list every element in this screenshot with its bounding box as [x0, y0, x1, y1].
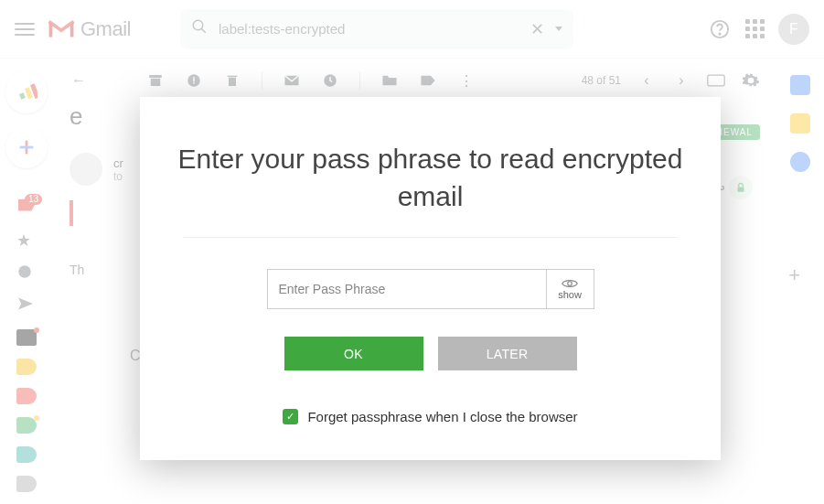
svg-point-6	[187, 74, 200, 87]
label-black-icon[interactable]	[16, 329, 37, 346]
label-red-icon[interactable]	[16, 388, 37, 404]
snooze-icon[interactable]	[321, 71, 339, 90]
later-button[interactable]: LATER	[438, 337, 577, 370]
forget-passphrase-option[interactable]: ✓ Forget passphrase when I close the bro…	[283, 409, 577, 424]
svg-line-1	[201, 28, 206, 33]
encrypted-lock-icon	[729, 176, 753, 199]
svg-point-3	[719, 33, 720, 34]
svg-rect-14	[19, 92, 26, 99]
sender-line: cr	[113, 156, 123, 170]
svg-point-19	[18, 265, 31, 278]
svg-rect-5	[151, 79, 161, 86]
checkbox-checked-icon[interactable]: ✓	[283, 409, 298, 424]
more-icon[interactable]: ⋮	[457, 71, 476, 90]
svg-rect-7	[193, 77, 195, 81]
account-avatar[interactable]: F	[778, 14, 809, 45]
svg-rect-11	[285, 76, 299, 86]
tasks-addon-icon[interactable]	[790, 152, 810, 172]
svg-point-0	[193, 20, 203, 30]
help-icon[interactable]	[709, 18, 731, 40]
dialog-title: Enter your pass phrase to read encrypted…	[177, 141, 684, 215]
svg-point-12	[324, 74, 337, 87]
app-name: Gmail	[80, 17, 131, 41]
calendar-addon-icon[interactable]	[790, 75, 810, 95]
mail-toolbar: ← ⋮ 48 of 51 ‹ ›	[0, 59, 824, 102]
snoozed-icon[interactable]	[16, 263, 37, 284]
svg-rect-4	[149, 75, 162, 78]
add-addon-icon[interactable]: +	[788, 263, 800, 287]
sent-icon[interactable]	[16, 296, 37, 316]
svg-rect-10	[228, 76, 238, 77]
message-counter: 48 of 51	[582, 74, 621, 87]
apps-grid-icon[interactable]	[744, 18, 765, 40]
starred-icon[interactable]: ★	[16, 231, 37, 251]
eye-icon	[562, 278, 578, 289]
to-line: to	[113, 170, 123, 183]
search-bar[interactable]: label:tests-encrypted ✕	[180, 9, 573, 49]
svg-rect-13	[708, 75, 724, 86]
inbox-icon[interactable]: 13	[16, 198, 37, 218]
reply-area[interactable]: C	[130, 348, 141, 364]
encrypted-indicator-bar	[70, 200, 73, 226]
input-tools-icon[interactable]	[707, 71, 725, 90]
show-passphrase-button[interactable]: show	[546, 270, 594, 308]
forget-passphrase-label: Forget passphrase when I close the brows…	[307, 409, 577, 424]
sender-avatar	[70, 153, 102, 186]
move-to-icon[interactable]	[380, 71, 399, 90]
delete-icon[interactable]	[223, 71, 241, 90]
prev-message-icon[interactable]: ‹	[637, 71, 656, 90]
settings-gear-icon[interactable]	[742, 71, 760, 90]
compose-button[interactable]	[5, 126, 48, 168]
search-input[interactable]: label:tests-encrypted	[219, 21, 519, 37]
mark-unread-icon[interactable]	[283, 71, 301, 90]
label-teal-icon[interactable]	[16, 446, 37, 463]
svg-rect-8	[193, 82, 195, 84]
passphrase-field-group: show	[267, 269, 594, 309]
flowcrypt-icon[interactable]	[5, 71, 48, 113]
ok-button[interactable]: OK	[284, 337, 423, 370]
spam-icon[interactable]	[185, 71, 203, 90]
hamburger-menu-icon[interactable]	[15, 23, 35, 36]
label-green-icon[interactable]	[16, 417, 37, 434]
next-message-icon[interactable]: ›	[672, 71, 690, 90]
svg-rect-16	[30, 83, 37, 99]
back-icon[interactable]: ←	[70, 71, 88, 90]
search-options-caret-icon[interactable]	[555, 27, 562, 31]
search-icon	[191, 18, 208, 39]
svg-rect-9	[229, 78, 236, 86]
archive-icon[interactable]	[146, 71, 165, 90]
divider	[184, 237, 678, 238]
clear-search-icon[interactable]: ✕	[530, 19, 544, 39]
label-grey-icon[interactable]	[16, 476, 37, 492]
passphrase-input[interactable]	[268, 270, 546, 308]
gmail-logo[interactable]: Gmail	[48, 17, 131, 41]
keep-addon-icon[interactable]	[790, 113, 810, 134]
label-orange-icon[interactable]	[16, 359, 37, 375]
svg-point-2	[712, 20, 728, 37]
labels-icon[interactable]	[419, 71, 437, 90]
svg-rect-15	[25, 87, 33, 99]
passphrase-dialog: Enter your pass phrase to read encrypted…	[140, 97, 721, 460]
svg-point-21	[568, 282, 573, 286]
svg-rect-20	[738, 187, 744, 191]
